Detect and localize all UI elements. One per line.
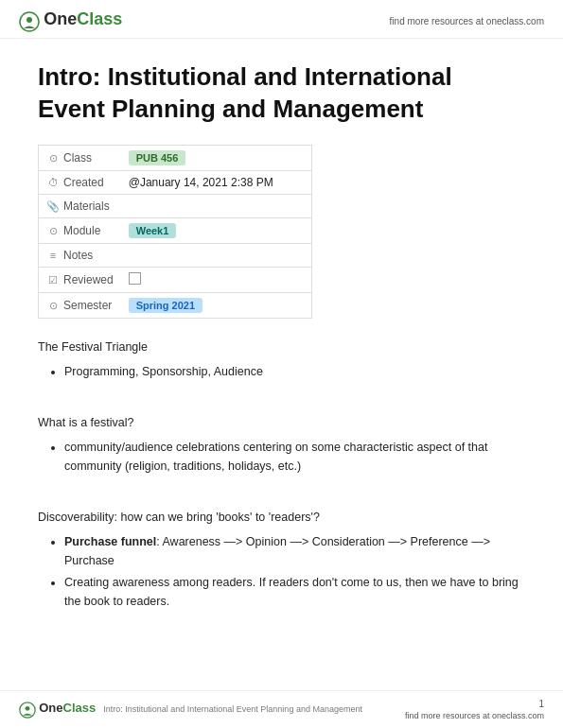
semester-badge: Spring 2021 [129,298,202,313]
page-footer: OneClass Intro: Institutional and Intern… [0,690,563,728]
svg-point-1 [26,17,32,23]
meta-value-reviewed [121,267,312,292]
awareness-text: Creating awareness among readers. If rea… [64,576,519,608]
svg-point-3 [26,705,30,710]
section3-bullets: Purchase funnel: Awareness —> Opinion —>… [64,532,525,611]
semester-icon: ⊙ [46,300,60,312]
header-tagline: find more resources at oneclass.com [390,16,544,26]
list-item: Purchase funnel: Awareness —> Opinion —>… [64,532,525,570]
module-icon: ⊙ [46,225,60,237]
page-title: Intro: Institutional and International E… [38,61,525,126]
meta-row-module: ⊙Module Week1 [39,217,312,243]
page-header: OneClass find more resources at oneclass… [0,0,563,39]
meta-value-created: @January 14, 2021 2:38 PM [121,170,312,194]
meta-row-materials: 📎Materials [39,194,312,217]
logo-text: OneClass [44,9,122,28]
class-badge: PUB 456 [129,150,186,165]
module-badge: Week1 [129,223,177,238]
body-content: The Festival Triangle Programming, Spons… [38,338,525,611]
meta-value-module: Week1 [121,217,312,243]
clock-icon: ⏱ [46,177,60,188]
footer-logo: OneClass [19,701,96,718]
meta-value-semester: Spring 2021 [121,292,312,318]
footer-left: OneClass Intro: Institutional and Intern… [19,701,362,718]
meta-row-semester: ⊙Semester Spring 2021 [39,292,312,318]
meta-label-notes: ≡Notes [39,243,121,267]
meta-row-created: ⏱Created @January 14, 2021 2:38 PM [39,170,312,194]
meta-value-class: PUB 456 [121,145,312,170]
metadata-table: ⊙Class PUB 456 ⏱Created @January 14, 202… [38,145,312,319]
list-item: Programming, Sponsorship, Audience [64,362,525,381]
paperclip-icon: 📎 [46,200,60,213]
meta-label-created: ⏱Created [39,170,121,194]
section3-heading: Discoverability: how can we bring 'books… [38,508,525,527]
main-content: Intro: Institutional and International E… [0,39,563,677]
footer-tagline: find more resources at oneclass.com [405,711,544,720]
meta-label-materials: 📎Materials [39,194,121,217]
meta-row-reviewed: ☑Reviewed [39,267,312,292]
purchase-funnel-bold: Purchase funnel [64,535,156,548]
footer-doc-title: Intro: Institutional and International E… [103,704,362,714]
logo: OneClass [19,9,122,32]
section2-heading: What is a festival? [38,413,525,432]
meta-label-reviewed: ☑Reviewed [39,267,121,292]
section1-heading: The Festival Triangle [38,338,525,356]
meta-row-notes: ≡Notes [39,243,312,267]
footer-logo-text: OneClass [39,701,96,715]
footer-page-number: 1 [538,699,544,709]
reviewed-icon: ☑ [46,274,60,286]
meta-value-materials [121,194,312,217]
section2-bullets: community/audience celebrations centerin… [64,438,525,476]
meta-row-class: ⊙Class PUB 456 [39,145,312,170]
list-item: community/audience celebrations centerin… [64,438,525,476]
circle-dot-icon: ⊙ [46,152,60,165]
reviewed-checkbox[interactable] [129,272,141,285]
meta-value-notes [121,243,312,267]
meta-label-semester: ⊙Semester [39,292,121,318]
list-item: Creating awareness among readers. If rea… [64,573,525,611]
meta-label-class: ⊙Class [39,145,121,170]
meta-label-module: ⊙Module [39,217,121,243]
section1-bullets: Programming, Sponsorship, Audience [64,362,525,381]
notes-icon: ≡ [46,250,60,261]
